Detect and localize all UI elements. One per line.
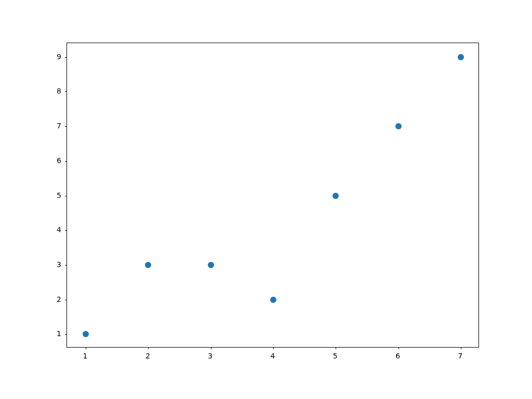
- x-tick-label: 6: [395, 352, 400, 360]
- x-tick: [273, 347, 274, 349]
- x-tick: [148, 347, 149, 349]
- x-tick: [86, 347, 86, 349]
- y-tick-label: 4: [57, 225, 61, 234]
- y-tick: [65, 230, 67, 231]
- y-tick: [65, 196, 67, 196]
- x-tick: [336, 347, 336, 349]
- data-point: [208, 262, 214, 268]
- y-tick-label: 5: [57, 191, 61, 200]
- y-tick: [65, 265, 67, 265]
- x-tick: [461, 347, 461, 349]
- x-tick-label: 4: [271, 352, 275, 360]
- y-tick: [65, 57, 67, 58]
- y-tick-label: 6: [57, 156, 61, 165]
- y-tick-label: 8: [57, 87, 61, 95]
- x-tick-label: 2: [145, 352, 150, 360]
- y-tick: [65, 161, 67, 162]
- x-tick: [211, 347, 211, 349]
- y-tick-label: 3: [57, 260, 61, 269]
- y-tick-label: 7: [57, 122, 61, 130]
- x-tick-label: 5: [333, 352, 338, 360]
- y-tick-label: 2: [57, 295, 61, 303]
- data-point: [270, 297, 276, 303]
- x-tick-label: 7: [458, 352, 462, 360]
- x-tick-label: 3: [208, 352, 212, 360]
- y-tick-label: 9: [57, 52, 61, 61]
- data-point: [458, 54, 464, 60]
- y-tick-label: 1: [57, 329, 61, 338]
- data-point: [83, 331, 89, 337]
- data-point: [332, 193, 339, 199]
- y-tick: [65, 91, 67, 92]
- scatter-chart: 1234567123456789: [66, 43, 479, 348]
- x-tick-label: 1: [83, 352, 88, 360]
- data-point: [395, 123, 402, 129]
- y-tick: [65, 126, 67, 127]
- x-tick: [398, 347, 399, 349]
- y-tick: [65, 334, 67, 335]
- y-tick: [65, 300, 67, 300]
- plot-area: [66, 43, 479, 348]
- data-point: [145, 262, 151, 268]
